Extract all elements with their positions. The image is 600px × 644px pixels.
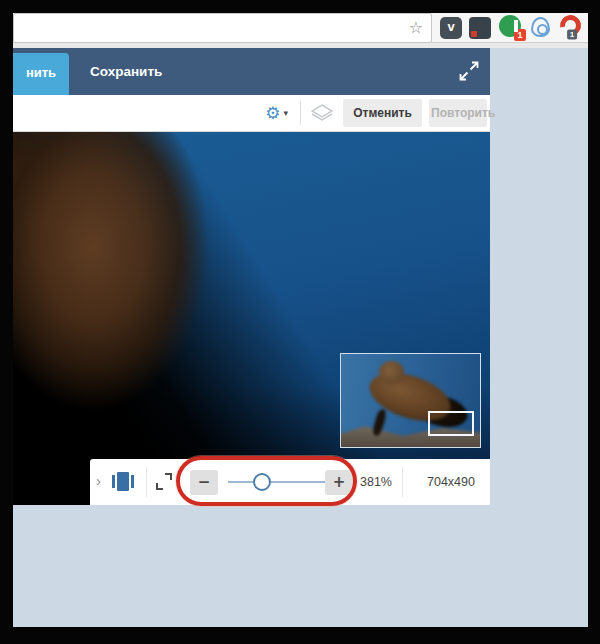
statusbar-divider	[402, 467, 403, 497]
editor-header: нить Сохранить	[13, 48, 490, 95]
green-extension-icon[interactable]: 1	[499, 15, 521, 37]
compare-view-icon[interactable]	[112, 471, 134, 492]
tab-save[interactable]: Сохранить	[90, 48, 162, 95]
red-annotation-oval	[176, 456, 357, 506]
compare-left-bar	[112, 475, 115, 488]
pocket-extension-icon[interactable]: v	[440, 17, 462, 39]
fit-screen-icon[interactable]	[156, 473, 172, 490]
settings-caret-icon[interactable]: ▾	[283, 108, 288, 118]
address-bar[interactable]: ☆	[13, 13, 432, 43]
compare-center-bar	[117, 472, 129, 491]
image-dimensions: 704x490	[412, 459, 490, 505]
tab-apply-active[interactable]: нить	[13, 53, 69, 95]
undo-button[interactable]: Отменить	[343, 99, 422, 127]
sea-lion-head	[379, 361, 404, 384]
bookmark-star-icon[interactable]: ☆	[409, 18, 423, 38]
corner-bottom-left	[156, 483, 163, 490]
screenshot-frame: ☆ v 1 1 нить Сохранить ⚙ ▾ Отменить Повт…	[0, 0, 600, 644]
navigator-thumbnail[interactable]	[340, 353, 481, 448]
toolbar-divider	[300, 101, 301, 125]
corner-top-right	[165, 473, 172, 480]
statusbar-divider	[146, 467, 147, 497]
droplet-extension-icon[interactable]	[531, 17, 550, 37]
zoom-percentage: 381%	[360, 459, 392, 505]
fullscreen-expand-icon[interactable]	[458, 60, 480, 82]
navigator-viewport-rect[interactable]	[428, 411, 474, 436]
extension-badge: 1	[514, 29, 526, 41]
evernote-extension-icon[interactable]	[469, 17, 491, 39]
settings-gear-icon[interactable]: ⚙	[265, 103, 280, 123]
compare-right-bar	[131, 475, 134, 488]
layers-icon[interactable]	[311, 104, 333, 122]
photo-canvas[interactable]	[13, 132, 490, 505]
extension-badge: 1	[567, 30, 577, 40]
editor-toolbar: ⚙ ▾ Отменить Повторить	[13, 95, 490, 132]
redo-button-disabled[interactable]: Повторить	[429, 99, 487, 127]
expand-panel-chevron[interactable]: ›	[96, 459, 101, 505]
